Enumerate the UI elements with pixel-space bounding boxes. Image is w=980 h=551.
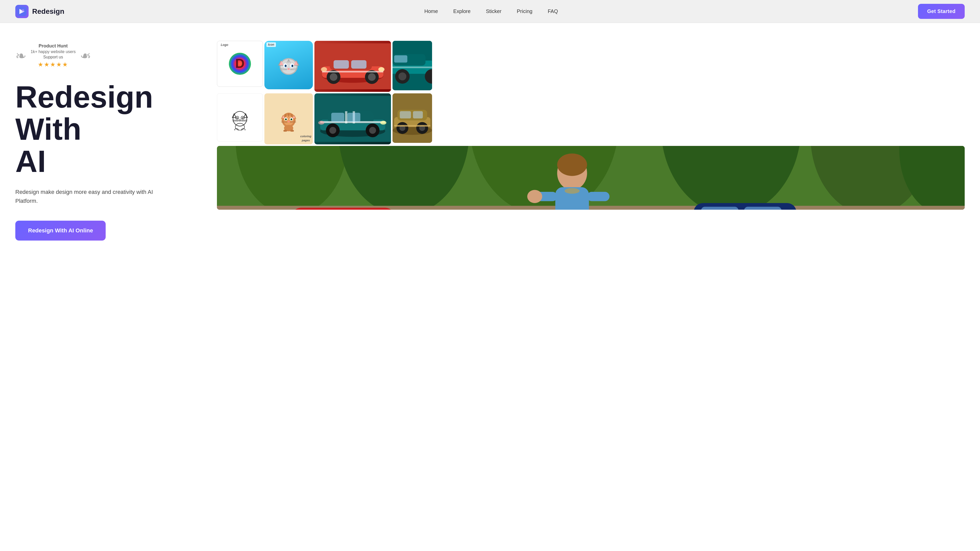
svg-rect-134 <box>701 207 738 210</box>
svg-point-141 <box>557 154 587 176</box>
teal-car-partial-cell <box>393 41 432 90</box>
cat-outline-svg <box>228 105 251 130</box>
svg-rect-99 <box>400 111 411 118</box>
teal-car-partial-svg <box>393 41 432 90</box>
coloring-label: coloringpages <box>301 135 311 142</box>
cream-car-svg <box>393 94 432 143</box>
star-rating: ★★★★★ <box>30 61 76 68</box>
svg-rect-87 <box>331 113 344 122</box>
product-hunt-badge: ❧ Product Hunt 1k+ happy website users S… <box>15 43 207 68</box>
get-started-button[interactable]: Get Started <box>918 4 965 19</box>
nav-links: Home Explore Sticker Pricing FAQ <box>425 8 558 14</box>
svg-marker-47 <box>244 114 247 118</box>
cat-color-cell: coloringpages <box>264 94 313 144</box>
svg-point-31 <box>330 73 337 81</box>
nav-link-pricing[interactable]: Pricing <box>517 8 532 14</box>
teal-car-cell: stickers <box>314 94 391 144</box>
laurel-left: ❧ <box>15 49 27 62</box>
icon-label: Icon <box>266 42 276 47</box>
badge-support: Support us <box>30 55 76 59</box>
poster-svg: Poster <box>217 146 965 210</box>
headline-line2: AI <box>15 144 46 178</box>
svg-rect-100 <box>413 111 423 118</box>
svg-point-57 <box>235 123 245 130</box>
svg-rect-29 <box>351 60 366 68</box>
teal-car-svg <box>314 94 391 144</box>
red-car-cell <box>314 41 391 92</box>
icon-cell: Icon <box>264 41 313 89</box>
cream-car-cell <box>393 94 432 143</box>
svg-point-35 <box>379 67 385 72</box>
svg-rect-144 <box>587 192 609 201</box>
logo-svg: D <box>228 52 251 75</box>
nav-link-sticker[interactable]: Sticker <box>486 8 501 14</box>
redesign-online-button[interactable]: Redesign With AI Online <box>15 221 106 241</box>
svg-point-93 <box>380 121 387 125</box>
svg-point-15 <box>292 65 293 67</box>
svg-rect-40 <box>394 56 407 62</box>
svg-rect-88 <box>347 113 360 122</box>
headline-line1: Redesign With <box>15 80 153 146</box>
svg-point-42 <box>398 73 406 80</box>
svg-point-1 <box>22 9 24 12</box>
svg-rect-135 <box>744 207 782 210</box>
hero-section: ❧ Product Hunt 1k+ happy website users S… <box>0 23 980 551</box>
cat-outline-cell <box>217 94 263 141</box>
cat-icon-svg <box>275 51 303 79</box>
svg-point-72 <box>288 121 290 122</box>
svg-point-36 <box>321 67 327 72</box>
nav-logo[interactable]: Redesign <box>15 5 64 18</box>
svg-point-14 <box>285 65 286 67</box>
svg-point-92 <box>369 127 376 134</box>
nav-link-home[interactable]: Home <box>425 8 438 14</box>
svg-point-16 <box>288 68 290 70</box>
svg-point-52 <box>239 120 241 121</box>
colored-cat-svg <box>277 106 300 132</box>
badge-platform: Product Hunt <box>30 43 76 49</box>
logo-cell: Logo D <box>217 41 263 87</box>
red-car-svg <box>314 41 391 92</box>
nav-brand-text: Redesign <box>32 7 64 16</box>
svg-point-33 <box>368 73 375 81</box>
badge-users: 1k+ happy website users <box>30 49 76 54</box>
svg-rect-44 <box>393 67 432 68</box>
nav-link-explore[interactable]: Explore <box>453 8 471 14</box>
svg-point-45 <box>233 111 247 126</box>
hero-right: Logo D Icon <box>207 38 965 210</box>
laurel-right: ❧ <box>80 49 91 62</box>
hero-headline: Redesign With AI <box>15 81 207 177</box>
logo-label: Logo <box>219 43 230 47</box>
poster-cell: Poster <box>217 146 965 210</box>
svg-rect-105 <box>394 125 430 127</box>
svg-point-50 <box>237 118 238 119</box>
svg-rect-28 <box>334 60 349 68</box>
svg-point-145 <box>527 190 542 203</box>
svg-rect-34 <box>322 71 383 73</box>
nav-link-faq[interactable]: FAQ <box>548 8 558 14</box>
hero-subtitle: Redesign make design more easy and creat… <box>15 187 169 205</box>
svg-point-94 <box>318 121 325 125</box>
svg-rect-121 <box>292 208 395 210</box>
svg-point-70 <box>286 119 286 120</box>
navbar: Redesign Home Explore Sticker Pricing FA… <box>0 0 980 23</box>
logo-icon <box>15 5 29 18</box>
svg-rect-85 <box>345 111 347 124</box>
svg-marker-46 <box>232 114 236 118</box>
logo-image <box>18 7 27 16</box>
badge-text: Product Hunt 1k+ happy website users Sup… <box>30 43 76 68</box>
svg-point-146 <box>565 188 579 194</box>
hero-left: ❧ Product Hunt 1k+ happy website users S… <box>15 38 207 241</box>
svg-point-90 <box>329 127 336 134</box>
svg-point-71 <box>291 119 292 120</box>
svg-text:D: D <box>235 56 245 71</box>
svg-point-51 <box>242 118 243 119</box>
